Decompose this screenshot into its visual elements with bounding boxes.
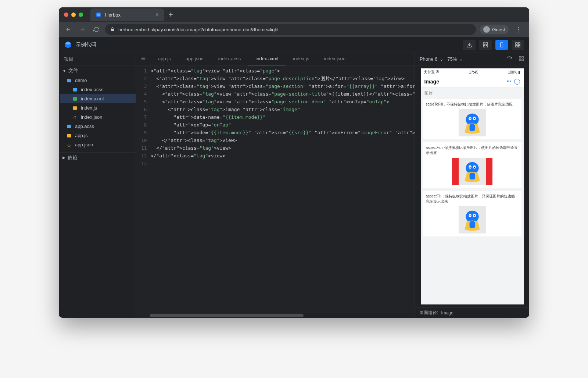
phone-navbar: Image ••• [421,76,524,88]
file-app-js[interactable]: app.js [60,131,136,140]
svg-rect-16 [67,134,71,137]
profile-button[interactable]: Guest [480,25,509,34]
caret-right-icon: ▶ [62,156,65,160]
file-app-json[interactable]: {} app.json [60,140,136,149]
preview-toolbar: iPhone 6 ⌄ 75% ⌄ [415,53,529,65]
preview-footer: 页面路径: Image [415,307,529,318]
phone-preview: 支付宝 ⦿ 17:45 100% ▮ Image ••• 图片 scaleToF… [415,65,529,307]
svg-point-36 [469,167,470,168]
image-demo [452,158,492,185]
grid-button[interactable] [512,40,524,50]
svg-rect-8 [518,43,520,44]
svg-text:{}: {} [67,143,71,147]
svg-text:{}: {} [73,115,77,119]
svg-rect-3 [486,43,488,44]
preview-panel: iPhone 6 ⌄ 75% ⌄ 支付宝 ⦿ 17:45 100% ▮ Imag… [415,53,529,318]
file-index-axml[interactable]: index.axml [60,94,136,103]
chevron-down-icon: ⌄ [459,56,463,62]
tab-index-json[interactable]: index.json [317,53,353,65]
layout-button[interactable] [517,55,526,63]
maximize-window-button[interactable] [79,13,83,17]
back-button[interactable] [63,25,74,34]
minimize-window-button[interactable] [71,13,76,17]
folder-icon [66,78,72,83]
app-header: 示例代码 [59,37,529,53]
avatar-icon [483,26,490,33]
forward-button[interactable] [77,25,87,34]
folder-demo[interactable]: demo [60,76,136,85]
zoom-select[interactable]: 75% ⌄ [447,56,463,62]
caret-down-icon: ▼ [62,69,66,73]
editor-area: app.js app.json index.acss index.axml in… [136,53,415,318]
file-index-json[interactable]: {} index.json [60,113,136,122]
svg-rect-38 [469,173,475,180]
address-bar-row: herbox-embed.alipay.com/s/doc-image?chIn… [59,22,529,37]
svg-rect-2 [483,43,485,44]
svg-rect-31 [469,124,475,131]
horizontal-scrollbar[interactable] [150,313,415,318]
svg-rect-4 [483,45,485,47]
svg-rect-7 [516,43,517,44]
new-tab-button[interactable]: + [168,11,173,19]
titlebar: Herbox × + [59,7,529,22]
close-tab-icon[interactable]: × [155,11,159,18]
tab-index-axml[interactable]: index.axml [248,53,286,65]
scrollbar-thumb[interactable] [150,314,304,317]
svg-rect-5 [501,43,503,47]
axml-icon [72,96,78,102]
json-icon: {} [72,114,78,120]
svg-rect-24 [522,59,523,60]
device-select[interactable]: iPhone 6 ⌄ [419,56,444,62]
code-content: <"attr">class="tag">view "attr">class="p… [151,65,415,313]
svg-point-30 [474,118,475,119]
phone-frame: 支付宝 ⦿ 17:45 100% ▮ Image ••• 图片 scaleToF… [421,68,524,304]
image-cards: scaleToFill：不保持纵横比缩放图片，使图片完全适应aspectFit：… [421,99,524,239]
svg-rect-45 [469,221,475,228]
tab-index-acss[interactable]: index.acss [211,53,248,65]
files-section[interactable]: ▼ 文件 [59,65,136,76]
deps-section[interactable]: ▶ 依赖 [59,152,136,163]
tab-app-js[interactable]: app.js [151,53,178,65]
reload-button[interactable] [91,25,101,34]
file-index-acss[interactable]: index.acss [60,85,136,94]
download-button[interactable] [463,40,476,50]
file-app-acss[interactable]: app.acss [60,122,136,131]
image-card: aspectFill：保持纵横比缩放图片，只保证图片的短边能完全显示出来 [423,191,521,236]
svg-point-29 [469,118,470,119]
js-icon [72,105,78,111]
app-title: 示例代码 [76,42,459,48]
image-demo [459,109,486,136]
file-index-js[interactable]: index.js [60,103,136,113]
svg-rect-11 [73,88,77,91]
target-icon [514,79,520,85]
hamburger-icon[interactable] [136,56,151,63]
page-title: Image [424,79,507,85]
url-bar[interactable]: herbox-embed.alipay.com/s/doc-image?chIn… [105,24,476,35]
close-window-button[interactable] [64,13,68,17]
tab-app-json[interactable]: app.json [178,53,211,65]
profile-label: Guest [492,27,505,32]
more-menu-button[interactable]: ⋮ [512,24,525,35]
svg-rect-13 [73,106,77,110]
js-icon [66,133,72,139]
file-tree: demo index.acss index.axml index.js {} i… [59,76,136,149]
phone-preview-button[interactable] [495,40,508,50]
svg-rect-10 [518,45,520,47]
qrcode-button[interactable] [479,40,492,50]
chevron-down-icon: ⌄ [440,56,444,62]
browser-tab[interactable]: Herbox × [90,8,164,21]
image-demo [459,206,486,233]
tab-index-js[interactable]: index.js [286,53,316,65]
json-icon: {} [66,142,72,148]
ide-body: 项目 ▼ 文件 demo index.acss index.axml [59,53,529,318]
svg-point-37 [474,167,475,168]
refresh-button[interactable] [505,55,513,63]
editor-tabbar: app.js app.json index.acss index.axml in… [136,53,415,65]
css-icon [72,87,78,93]
navbar-options[interactable]: ••• [507,79,520,85]
svg-rect-21 [519,56,521,58]
code-editor[interactable]: 12345678910111213 <"attr">class="tag">vi… [136,65,415,313]
app-logo-icon [64,41,72,49]
svg-rect-15 [67,125,71,128]
folder-label: demo [75,78,87,83]
